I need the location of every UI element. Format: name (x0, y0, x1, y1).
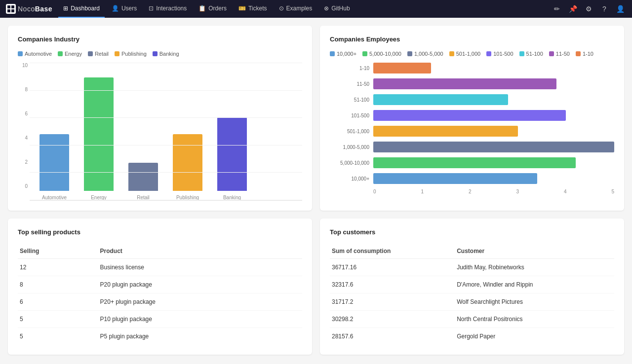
cell-sum: 36717.16 (330, 259, 455, 276)
hbar-label: 1-10 (330, 66, 369, 71)
hbar (373, 110, 566, 121)
customers-table-card: Top customers Sum of consumption Custome… (320, 218, 624, 355)
bar-label: Publishing (176, 193, 199, 200)
nav-github[interactable]: ⊗ GitHub (319, 0, 355, 18)
hbar-bg (373, 142, 614, 152)
interactions-icon: ⊡ (149, 5, 154, 12)
hbar-bg (373, 94, 614, 105)
cell-customer: Wolf Searchlight Pictures (455, 293, 614, 311)
hbar-bg (373, 157, 614, 168)
legend-item: 51-100 (519, 51, 543, 57)
nav-dashboard[interactable]: ⊞ Dashboard (58, 0, 105, 18)
cell-sum: 31717.2 (330, 293, 455, 311)
cell-sum: 28157.6 (330, 328, 455, 345)
cell-selling: 5 (18, 311, 98, 328)
bar-label: Banking (223, 193, 241, 200)
x-axis-label: 1 (421, 189, 424, 194)
hbar-label: 10,000+ (330, 176, 369, 182)
nav-tickets[interactable]: 🎫 Tickets (234, 0, 272, 18)
hbar-label: 11-50 (330, 81, 369, 87)
y-axis-label: 4 (18, 135, 28, 141)
gridline (30, 145, 302, 146)
legend-item: Publishing (115, 51, 147, 57)
y-axis-label: 8 (18, 87, 28, 92)
help-icon[interactable]: ? (598, 3, 610, 15)
employees-legend: 10,000+5,000-10,0001,000-5,000501-1,0001… (330, 51, 614, 57)
topnav: NocoBase ⊞ Dashboard 👤 Users ⊡ Interacti… (0, 0, 632, 18)
hbar-label: 101-500 (330, 113, 369, 118)
settings-icon[interactable]: ⚙ (583, 3, 594, 15)
bar-label: Retail (137, 193, 150, 200)
hbar (373, 126, 518, 137)
products-table-card: Top selling products Selling Product 12B… (8, 218, 312, 355)
pin-icon[interactable]: 📌 (567, 3, 579, 15)
industry-gridlines (30, 63, 302, 200)
employees-chart-title: Companies Employees (330, 36, 614, 43)
table-row: 31717.2Wolf Searchlight Pictures (330, 293, 614, 311)
nav-right-icons: ✏ 📌 ⚙ ? 👤 (551, 3, 626, 15)
y-axis-label: 2 (18, 159, 28, 165)
legend-item: 10,000+ (330, 51, 356, 57)
pencil-icon[interactable]: ✏ (551, 3, 563, 15)
hbar-row: 1-10 (330, 63, 614, 73)
bar-col: Automotive (40, 134, 69, 200)
nav-users[interactable]: 👤 Users (107, 0, 142, 18)
charts-row: Companies Industry AutomotiveEnergyRetai… (8, 26, 624, 211)
bar-col: Energy (84, 77, 114, 200)
table-row: 30298.2North Central Positronics (330, 311, 614, 328)
table-row: 6P20+ plugin package (18, 293, 302, 311)
hbar-row: 11-50 (330, 78, 614, 89)
legend-item: Banking (153, 51, 179, 57)
hbar-row: 5,000-10,000 (330, 157, 614, 168)
hbar (373, 63, 431, 73)
hbar-bg (373, 63, 614, 73)
bar-label: Automotive (42, 193, 67, 200)
gridline (30, 63, 302, 63)
cell-selling: 6 (18, 293, 98, 311)
x-axis-label: 5 (611, 189, 614, 194)
table-row: 5P10 plugin package (18, 311, 302, 328)
nav-orders[interactable]: 📋 Orders (194, 0, 232, 18)
svg-rect-0 (7, 5, 10, 8)
nav-interactions[interactable]: ⊡ Interactions (144, 0, 192, 18)
cell-selling: 5 (18, 328, 98, 345)
table-row: 28157.6Gergold Paper (330, 328, 614, 345)
gridline (30, 117, 302, 118)
tables-row: Top selling products Selling Product 12B… (8, 218, 624, 355)
products-col-selling: Selling (18, 244, 98, 259)
svg-rect-1 (11, 5, 14, 8)
bar-col: Retail (128, 163, 158, 201)
svg-rect-2 (7, 9, 10, 12)
nav-examples[interactable]: ⊙ Examples (274, 0, 317, 18)
gridline (30, 200, 302, 200)
customers-table: Sum of consumption Customer 36717.16Judi… (330, 244, 614, 345)
cell-product: P20+ plugin package (98, 293, 302, 311)
hbar (373, 78, 556, 89)
x-axis-label: 3 (516, 189, 519, 194)
cell-product: P5 plugin package (98, 328, 302, 345)
cell-selling: 12 (18, 259, 98, 276)
logo[interactable]: NocoBase (6, 4, 52, 14)
customers-col-customer: Customer (455, 244, 614, 259)
main-content: Companies Industry AutomotiveEnergyRetai… (0, 18, 632, 363)
table-row: 5P5 plugin package (18, 328, 302, 345)
svg-rect-3 (11, 9, 14, 12)
products-table-title: Top selling products (18, 228, 302, 236)
hbar (373, 173, 537, 184)
hbar-bg (373, 110, 614, 121)
dashboard-icon: ⊞ (63, 5, 68, 12)
hbar (373, 94, 508, 105)
hbar (373, 142, 614, 152)
cell-customer: Gergold Paper (455, 328, 614, 345)
hbar-row: 101-500 (330, 110, 614, 121)
table-row: 12Business license (18, 259, 302, 276)
table-row: 36717.16Judith May, Robinetworks (330, 259, 614, 276)
hbar-bg (373, 126, 614, 137)
users-icon: 👤 (112, 5, 119, 12)
customers-table-title: Top customers (330, 228, 614, 236)
employees-xaxis: 012345 (330, 189, 614, 194)
industry-yaxis: 0246810 (18, 63, 30, 189)
cell-product: Business license (98, 259, 302, 276)
user-icon[interactable]: 👤 (614, 3, 626, 15)
industry-legend: AutomotiveEnergyRetailPublishingBanking (18, 51, 302, 57)
